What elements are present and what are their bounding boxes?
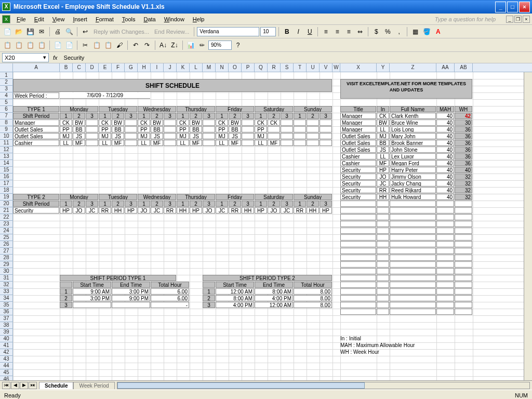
cell[interactable]: 1 [255,201,267,207]
cell[interactable] [377,255,389,261]
cell[interactable]: Start Time [216,282,254,288]
cell[interactable]: Outlet Sales [340,133,376,139]
cell[interactable]: Harry Peter [390,167,436,173]
cell[interactable]: 3 [203,113,215,119]
cell[interactable]: 32 [455,194,472,200]
cell[interactable]: 2 [112,201,124,207]
cell[interactable] [390,261,436,268]
cell[interactable]: 2 [190,201,202,207]
undo-icon[interactable]: ↶ [130,40,141,50]
cell[interactable]: SHIFT PERIOD TYPE 1 [60,275,176,281]
cell[interactable]: 3 [281,113,293,119]
cell[interactable] [340,214,376,220]
cell[interactable] [390,288,436,295]
cell[interactable]: 2 [268,113,280,119]
tab-week-period[interactable]: Week Period [73,382,114,389]
col-header[interactable]: U [307,63,320,72]
cell[interactable]: LL [377,153,389,159]
cell[interactable]: MJ [177,133,189,139]
cell[interactable]: 36 [455,133,472,139]
cell[interactable]: 2 [307,201,319,207]
row-header[interactable]: 26 [0,241,13,248]
cell[interactable]: Manager [340,126,376,132]
paste-icon[interactable]: 📋 [103,40,113,50]
cell[interactable]: JS [190,133,202,139]
help-icon[interactable]: ? [233,40,243,50]
cell[interactable]: BW [151,119,163,126]
cell[interactable]: LL [138,140,150,146]
cell[interactable]: JC [377,180,389,187]
cell[interactable]: Outlet Sales [340,140,376,146]
cell[interactable]: LL [99,140,111,146]
cell[interactable]: MF [268,140,280,146]
cell[interactable]: BB [73,126,85,132]
cell[interactable] [390,255,436,261]
help-search[interactable]: Type a question for help [435,16,496,22]
cell[interactable]: 2 [151,113,163,119]
cell[interactable] [242,133,254,139]
cell[interactable]: 1 [138,201,150,207]
spreadsheet-grid[interactable]: ABCDEFGHIJKLMNOPQRSTUVWXYZAAAB 123456789… [0,63,532,380]
cell[interactable] [294,126,306,132]
cell[interactable] [340,201,376,207]
cell[interactable] [320,119,332,126]
cell[interactable]: 1 [177,113,189,119]
row-header[interactable]: 40 [0,336,13,342]
row-header[interactable]: 16 [0,174,13,180]
cell[interactable]: 6.00 [151,288,189,295]
cell[interactable]: 40 [436,160,454,166]
cell[interactable]: TYPE 1 [13,106,59,112]
row-header[interactable]: 15 [0,167,13,174]
comma-icon[interactable]: , [394,26,404,37]
cell[interactable] [436,234,454,241]
cell[interactable] [164,126,176,132]
cell[interactable]: Reed Rijkard [390,187,436,193]
merge-icon[interactable]: ⇔ [355,26,365,37]
cell[interactable]: HP [60,207,72,214]
print-icon[interactable]: 🖨 [52,26,63,37]
cell[interactable]: 2 [229,113,241,119]
cell[interactable]: 2 [73,113,85,119]
cell[interactable]: BB [151,126,163,132]
underline-icon[interactable]: U [304,26,315,37]
cell[interactable] [340,309,376,315]
col-header[interactable]: Z [390,63,436,72]
cell[interactable]: HP [125,207,137,214]
cell[interactable]: Bruce Wine [390,119,436,126]
cell[interactable]: CK [268,119,280,126]
cell[interactable]: BB [377,140,389,146]
cell[interactable]: Lex Luxor [390,153,436,159]
cell[interactable]: 30 [455,119,472,126]
cell[interactable]: MF [112,140,124,146]
col-header[interactable]: S [281,63,294,72]
cell[interactable]: Mary John [390,133,436,139]
cell[interactable] [390,309,436,315]
cell[interactable]: Clark Kenth [390,113,436,119]
cell[interactable]: Tuesday [99,194,137,200]
row-header[interactable]: 21 [0,207,13,214]
cell[interactable]: HP [377,167,389,173]
cell[interactable]: 3 [164,201,176,207]
cell[interactable]: 32 [455,180,472,187]
cell[interactable]: Security [340,180,376,187]
cell[interactable]: Total Hour [151,282,189,288]
cell[interactable] [377,288,389,295]
cell[interactable]: CK [377,113,389,119]
cell[interactable] [390,248,436,254]
zoom-combo[interactable]: 90% [208,41,232,50]
cell[interactable] [436,261,454,268]
cell[interactable]: Security [340,174,376,180]
cell[interactable]: 1 [60,113,72,119]
cell[interactable]: PP [216,126,228,132]
cell[interactable]: BW [229,119,241,126]
format-painter-icon[interactable]: 🖌 [114,40,125,50]
cell[interactable]: BW [73,119,85,126]
cell[interactable] [455,228,472,234]
cell[interactable]: RR [377,187,389,193]
open-icon[interactable]: 📂 [14,26,24,37]
row-header[interactable]: 25 [0,234,13,241]
cell[interactable]: CK [216,119,228,126]
cell[interactable] [436,282,454,288]
cell[interactable] [307,126,319,132]
cell[interactable]: Saturday [255,194,293,200]
